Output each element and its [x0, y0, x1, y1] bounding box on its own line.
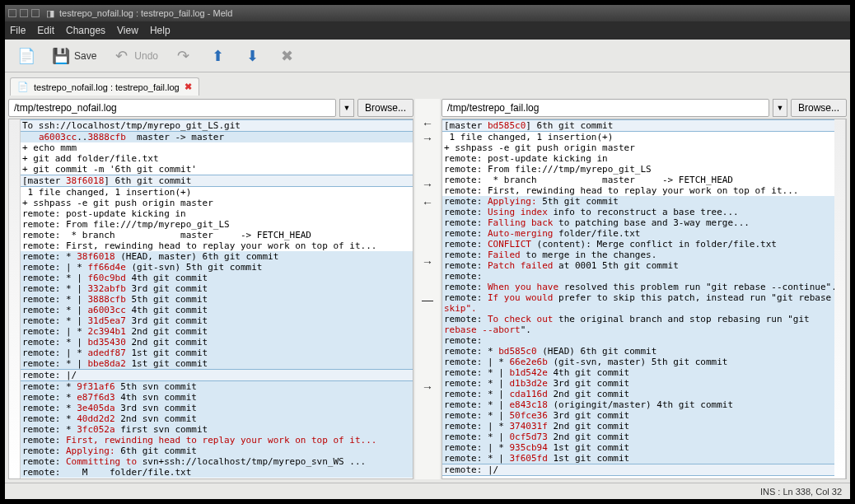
toolbar: 📄 💾Save ↶Undo ↷ ⬆ ⬇ ✖ — [5, 40, 850, 72]
tab-label: testrepo_nofail.log : testrepo_fail.log — [34, 82, 180, 92]
code-line: remote: Auto-merging folder/file.txt — [442, 228, 834, 239]
code-line: remote: — [442, 271, 834, 282]
link-arrow-icon[interactable]: → — [415, 255, 440, 268]
left-code[interactable]: To ssh://localhost/tmp/myrepo_git_LS.git… — [21, 119, 413, 478]
code-line: remote: * | 31d5ea7 3rd git commit — [21, 315, 413, 326]
code-line: remote: | * 2c394b1 2nd git commit — [21, 326, 413, 337]
cursor-position: INS : Ln 338, Col 32 — [760, 487, 842, 497]
link-arrow-icon[interactable]: → — [415, 132, 440, 145]
arrow-down-icon: ⬇ — [242, 46, 262, 66]
dropdown-icon[interactable]: ▼ — [339, 99, 354, 117]
code-line: remote: * | e843c18 (origingit/master) 4… — [442, 399, 834, 410]
tab-close-icon[interactable]: ✖ — [185, 82, 192, 92]
code-line: remote: * e87f6d3 4th svn commit — [21, 392, 413, 403]
code-line: remote: Using index info to reconstruct … — [442, 207, 834, 217]
menu-file[interactable]: File — [10, 25, 26, 36]
code-line: remote: * | 3f605fd 1st git commit — [442, 453, 834, 464]
code-line: + git commit -m '6th git commit' — [21, 164, 413, 175]
code-line: remote: * | bbe8da2 1st git commit — [21, 358, 413, 369]
menu-view[interactable]: View — [117, 25, 138, 36]
code-line: remote: * 40dd2d2 2nd svn commit — [21, 413, 413, 424]
code-line: remote: * | 50fce36 3rd git commit — [442, 410, 834, 421]
redo-button[interactable]: ↷ — [168, 44, 198, 68]
code-line: remote: post-update kicking in — [442, 153, 834, 164]
compare-icon: 📄 — [16, 46, 36, 66]
compare-button[interactable]: 📄 — [12, 44, 41, 68]
code-line: remote: * 3e405da 3rd svn commit — [21, 403, 413, 413]
code-line: remote: Applying: 5th git commit — [442, 196, 834, 207]
code-line: remote: * branch master -> FETCH_HEAD — [21, 230, 413, 240]
arrow-up-icon: ⬆ — [208, 46, 227, 66]
save-icon: 💾 — [51, 46, 71, 66]
link-arrow-icon[interactable]: ← — [415, 117, 440, 130]
left-pane: /tmp/testrepo_nofail.log ▼ Browse... To … — [8, 99, 413, 479]
titlebar: ◨ testrepo_nofail.log : testrepo_fail.lo… — [5, 5, 850, 21]
code-line: remote: * | d1b3d2e 3rd git commit — [442, 378, 834, 389]
link-arrow-icon[interactable]: → — [415, 178, 440, 191]
menubar: File Edit Changes View Help — [5, 21, 850, 40]
save-button[interactable]: 💾Save — [46, 44, 101, 68]
code-line: remote: — [442, 335, 834, 346]
link-arrow-icon[interactable]: ← — [415, 196, 440, 209]
left-overview[interactable] — [9, 119, 21, 478]
code-line: remote: | * 935cb94 1st git commit — [442, 442, 834, 453]
undo-button[interactable]: ↶Undo — [106, 44, 163, 68]
tab-comparison[interactable]: 📄 testrepo_nofail.log : testrepo_fail.lo… — [10, 77, 199, 96]
code-line: remote: * | 332abfb 3rd git commit — [21, 283, 413, 294]
close-button[interactable]: ✖ — [272, 44, 301, 68]
code-line: remote: * | b1d542e 4th git commit — [442, 367, 834, 378]
right-overview[interactable] — [834, 119, 846, 478]
code-line: remote: | * 66e2e6b (git-svn, master) 5t… — [442, 357, 834, 367]
code-line: + echo mmm — [21, 142, 413, 153]
menu-help[interactable]: Help — [150, 25, 171, 36]
link-arrow-icon[interactable]: → — [415, 380, 440, 394]
code-line: To ssh://localhost/tmp/myrepo_git_LS.git — [21, 119, 413, 132]
window-control-icon[interactable] — [8, 9, 16, 17]
code-line: remote: * bd585c0 (HEAD) 6th git commit — [442, 346, 834, 357]
code-line: remote: |/ — [442, 464, 834, 476]
code-line: remote: * | bd35430 2nd git commit — [21, 337, 413, 348]
next-change-button[interactable]: ⬇ — [237, 44, 267, 68]
close-icon: ✖ — [277, 46, 297, 66]
window-control-icon[interactable] — [20, 9, 28, 17]
code-line: a6003cc..3888cfb master -> master — [21, 132, 413, 142]
code-line: remote: Patch failed at 0001 5th git com… — [442, 260, 834, 271]
code-line: remote: First, rewinding head to replay … — [21, 240, 413, 251]
link-arrow-icon[interactable]: — — [415, 293, 440, 306]
code-line: remote: * 38f6018 (HEAD, master) 6th git… — [21, 251, 413, 262]
dropdown-icon[interactable]: ▼ — [773, 99, 787, 117]
code-line: remote: Committing to svn+ssh://localhos… — [21, 456, 413, 467]
code-line: + git add folder/file.txt — [21, 153, 413, 164]
code-line: remote: post-update kicking in — [21, 208, 413, 219]
redo-icon: ↷ — [173, 46, 193, 66]
right-path-input[interactable]: /tmp/testrepo_fail.log — [442, 99, 769, 117]
window-title: testrepo_nofail.log : testrepo_fail.log … — [59, 8, 232, 18]
right-code[interactable]: [master bd585c0] 6th git commit 1 file c… — [442, 119, 834, 478]
code-line: remote: Falling back to patching base an… — [442, 217, 834, 228]
code-line: remote: * 3fc052a first svn commit — [21, 424, 413, 435]
code-line: remote: CONFLICT (content): Merge confli… — [442, 239, 834, 250]
code-line: remote: From file:///tmp/myrepo_git_LS — [21, 219, 413, 230]
code-line: remote: If you would prefer to skip this… — [442, 292, 834, 303]
code-line: + sshpass -e git push origin master — [442, 142, 834, 153]
window-control-icon[interactable] — [31, 9, 40, 17]
code-line: remote: * branch master -> FETCH_HEAD — [442, 175, 834, 185]
browse-button[interactable]: Browse... — [357, 99, 413, 117]
browse-button[interactable]: Browse... — [791, 99, 847, 117]
menu-edit[interactable]: Edit — [37, 25, 54, 36]
menu-changes[interactable]: Changes — [66, 25, 105, 36]
left-path-input[interactable]: /tmp/testrepo_nofail.log — [8, 99, 336, 117]
code-line: remote: * | 3888cfb 5th git commit — [21, 294, 413, 305]
code-line: remote: * 9f31af6 5th svn commit — [21, 381, 413, 392]
right-pane: /tmp/testrepo_fail.log ▼ Browse... [mast… — [442, 99, 847, 479]
code-line: 1 file changed, 1 insertion(+) — [21, 187, 413, 198]
code-line: remote: M folder/file.txt — [21, 467, 413, 478]
prev-change-button[interactable]: ⬆ — [203, 44, 232, 68]
code-line: remote: * | a6003cc 4th git commit — [21, 305, 413, 315]
code-line: 1 file changed, 1 insertion(+) — [442, 132, 834, 142]
code-line: remote: | * 374031f 2nd git commit — [442, 421, 834, 432]
undo-icon: ↶ — [111, 46, 131, 66]
code-line: remote: Applying: 6th git commit — [21, 446, 413, 456]
tab-icon: 📄 — [17, 82, 29, 92]
code-line: remote: From file:///tmp/myrepo_git_LS — [442, 164, 834, 175]
